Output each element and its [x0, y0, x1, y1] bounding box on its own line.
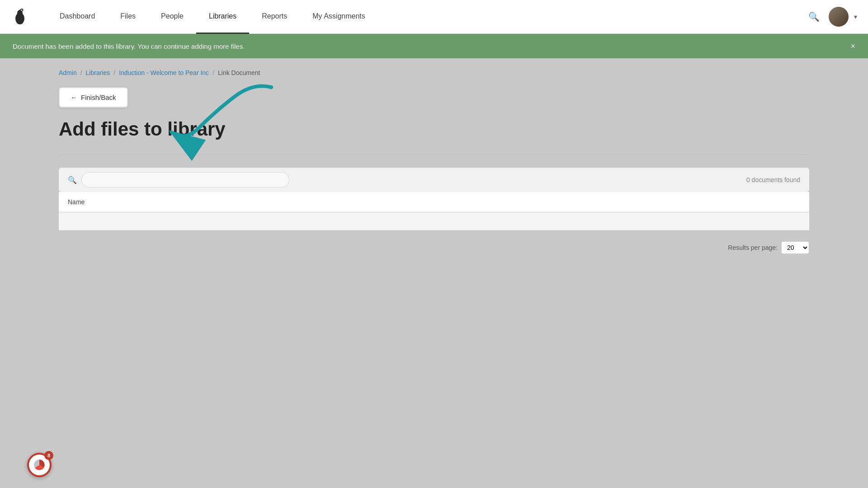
page-heading: Add files to library — [59, 118, 809, 140]
breadcrumb-sep-2: / — [113, 69, 115, 76]
avatar[interactable] — [829, 7, 849, 27]
banner-close-button[interactable]: × — [850, 42, 855, 50]
navbar: Dashboard Files People Libraries Reports… — [0, 0, 868, 34]
breadcrumb: Admin / Libraries / Induction - Welcome … — [59, 69, 809, 76]
search-bar: 🔍 0 documents found — [59, 168, 809, 192]
success-banner: Document has been added to this library.… — [0, 34, 868, 58]
document-count: 0 documents found — [746, 176, 800, 183]
breadcrumb-sep-3: / — [212, 69, 214, 76]
nav-my-assignments[interactable]: My Assignments — [300, 0, 377, 34]
main-content: Document has been added to this library.… — [0, 34, 868, 272]
nav-reports[interactable]: Reports — [249, 0, 300, 34]
breadcrumb-sep-1: / — [80, 69, 82, 76]
column-name: Name — [68, 198, 85, 206]
document-search-input[interactable] — [81, 172, 289, 188]
finish-back-button[interactable]: ← Finish/Back — [59, 87, 128, 108]
notification-badge: 8 — [44, 451, 53, 460]
finish-back-label: Finish/Back — [81, 94, 116, 101]
search-icon-small: 🔍 — [68, 176, 77, 184]
nav-libraries[interactable]: Libraries — [196, 0, 249, 34]
nav-links: Dashboard Files People Libraries Reports… — [47, 0, 796, 34]
search-input-group: 🔍 — [68, 172, 746, 188]
breadcrumb-induction[interactable]: Induction - Welcome to Pear Inc — [119, 69, 209, 76]
navbar-right: 🔍 ▾ — [796, 7, 857, 27]
back-arrow-icon: ← — [71, 94, 77, 101]
floating-widget[interactable]: 8 — [27, 453, 52, 477]
results-per-page-select[interactable]: 20 50 100 — [781, 241, 809, 254]
nav-files[interactable]: Files — [108, 0, 148, 34]
page-content: Admin / Libraries / Induction - Welcome … — [0, 58, 868, 272]
breadcrumb-libraries[interactable]: Libraries — [86, 69, 110, 76]
search-icon[interactable]: 🔍 — [805, 8, 823, 26]
results-per-page-label: Results per page: — [728, 244, 778, 251]
table-header: Name — [59, 192, 809, 212]
banner-message: Document has been added to this library.… — [13, 42, 245, 50]
breadcrumb-admin[interactable]: Admin — [59, 69, 77, 76]
divider — [59, 155, 809, 155]
chevron-down-icon[interactable]: ▾ — [854, 13, 857, 20]
nav-dashboard[interactable]: Dashboard — [47, 0, 108, 34]
svg-point-1 — [17, 10, 23, 16]
logo[interactable] — [11, 8, 29, 26]
nav-people[interactable]: People — [148, 0, 196, 34]
table-empty-row — [59, 212, 809, 230]
breadcrumb-current: Link Document — [218, 69, 260, 76]
results-per-page: Results per page: 20 50 100 — [59, 241, 809, 254]
